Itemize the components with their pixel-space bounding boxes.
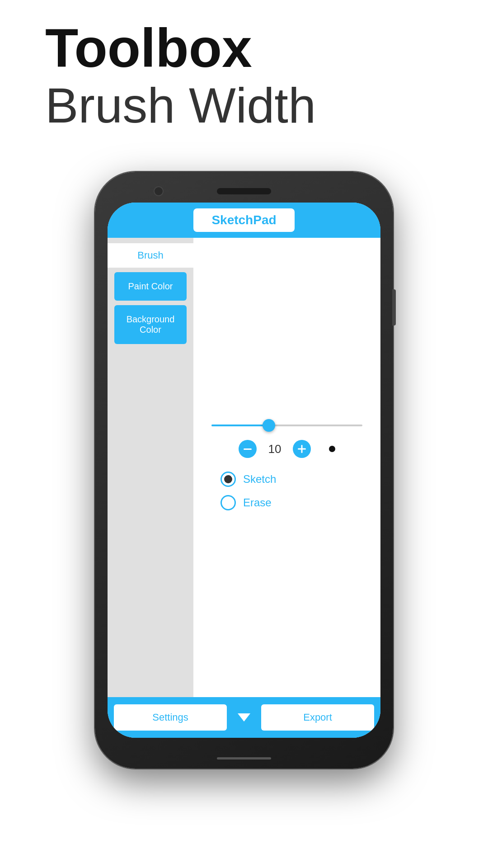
home-bar xyxy=(217,757,271,760)
speaker-icon xyxy=(217,188,271,194)
erase-radio-circle[interactable] xyxy=(221,495,236,510)
phone-wrapper: SketchPad Brush Paint Color Background C… xyxy=(95,172,393,769)
page-title-sub: Brush Width xyxy=(45,78,443,132)
counter-value: 10 xyxy=(266,442,284,456)
erase-radio-item[interactable]: Erase xyxy=(221,495,371,510)
app-main: Brush Paint Color Background Color xyxy=(108,238,380,697)
sketch-radio-item[interactable]: Sketch xyxy=(221,472,371,487)
brush-preview xyxy=(329,446,335,452)
increase-button[interactable] xyxy=(293,440,311,458)
counter-row: 10 xyxy=(202,440,371,458)
erase-radio-label: Erase xyxy=(243,496,272,509)
app-sidebar: Brush Paint Color Background Color xyxy=(108,238,193,697)
slider-fill xyxy=(211,425,269,426)
app-panel: 10 Sketch Erase xyxy=(193,238,380,697)
mode-radio-group: Sketch Erase xyxy=(202,472,371,510)
page-title-toolbox: Toolbox xyxy=(45,18,443,78)
settings-button[interactable]: Settings xyxy=(114,704,227,731)
chevron-down-icon xyxy=(238,713,250,722)
slider-thumb[interactable] xyxy=(263,419,275,432)
power-button xyxy=(392,289,396,326)
page-header: Toolbox Brush Width xyxy=(45,18,443,132)
sketch-radio-label: Sketch xyxy=(243,473,276,486)
phone-screen: SketchPad Brush Paint Color Background C… xyxy=(108,203,380,738)
slider-track[interactable] xyxy=(211,425,362,426)
paint-color-button[interactable]: Paint Color xyxy=(114,272,187,301)
app-title: SketchPad xyxy=(193,208,294,232)
app-screen: SketchPad Brush Paint Color Background C… xyxy=(108,203,380,738)
brush-width-slider-container xyxy=(202,425,371,426)
chevron-down-button[interactable] xyxy=(231,705,257,730)
decrease-button[interactable] xyxy=(239,440,257,458)
sidebar-brush-label: Brush xyxy=(108,243,193,268)
app-bottombar: Settings Export xyxy=(108,697,380,738)
camera-icon xyxy=(154,186,164,196)
app-topbar: SketchPad xyxy=(108,203,380,238)
export-button[interactable]: Export xyxy=(261,704,374,731)
background-color-button[interactable]: Background Color xyxy=(114,305,187,344)
phone-shell: SketchPad Brush Paint Color Background C… xyxy=(95,172,393,769)
sketch-radio-circle[interactable] xyxy=(221,472,236,487)
